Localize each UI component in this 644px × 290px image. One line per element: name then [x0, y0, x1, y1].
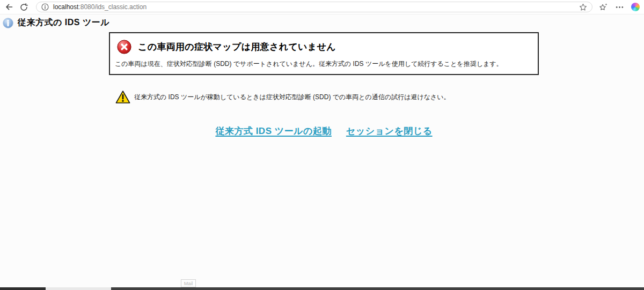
- copilot-icon[interactable]: [631, 3, 640, 11]
- page-info-icon: [3, 18, 13, 28]
- site-info-icon[interactable]: [41, 3, 49, 11]
- bookmark-star-icon[interactable]: [579, 3, 587, 11]
- url-path: :8080/ids_classic.action: [78, 3, 147, 11]
- taskbar-segment-dark: [0, 287, 46, 290]
- toolbar-actions: [599, 3, 640, 12]
- back-arrow-icon: [5, 3, 13, 11]
- close-session-link[interactable]: セッションを閉じる: [346, 125, 433, 137]
- warning-row: 従来方式の IDS ツールが稼動しているときは症状対応型診断 (SDD) での車…: [115, 90, 450, 104]
- address-bar[interactable]: localhost:8080/ids_classic.action: [36, 2, 592, 12]
- taskbar-segment-light: [46, 287, 111, 290]
- refresh-button[interactable]: [19, 2, 28, 12]
- error-icon: [117, 40, 131, 54]
- error-title-row: この車両用の症状マップは用意されていません: [117, 40, 538, 54]
- url-text: localhost:8080/ids_classic.action: [53, 3, 579, 11]
- warning-icon: [115, 90, 130, 104]
- refresh-icon: [20, 3, 28, 11]
- browser-window: { "browser": { "url": { "host": "localho…: [0, 0, 644, 290]
- favorites-icon[interactable]: [599, 3, 608, 12]
- warning-text: 従来方式の IDS ツールが稼動しているときは症状対応型診断 (SDD) での車…: [134, 93, 450, 102]
- page-header: 従来方式の IDS ツール: [3, 17, 109, 28]
- page-title: 従来方式の IDS ツール: [18, 17, 109, 28]
- page-content: 従来方式の IDS ツール この車両用の症状マップは用意されていません この車両…: [0, 15, 644, 287]
- error-box: この車両用の症状マップは用意されていません この車両は現在、症状対応型診断 (S…: [109, 32, 539, 75]
- url-host: localhost: [53, 3, 78, 11]
- more-options-icon[interactable]: [616, 3, 624, 11]
- back-button[interactable]: [4, 2, 14, 12]
- action-links: 従来方式 IDS ツールの起動 セッションを閉じる: [109, 125, 539, 137]
- error-body: この車両は現在、症状対応型診断 (SDD) でサポートされていません。従来方式の…: [115, 60, 531, 69]
- launch-classic-ids-link[interactable]: 従来方式 IDS ツールの起動: [215, 125, 331, 137]
- browser-toolbar: localhost:8080/ids_classic.action: [0, 0, 644, 14]
- taskbar-edge[interactable]: [0, 287, 644, 290]
- error-title: この車両用の症状マップは用意されていません: [138, 41, 336, 53]
- mail-tooltip: Mail: [181, 279, 196, 287]
